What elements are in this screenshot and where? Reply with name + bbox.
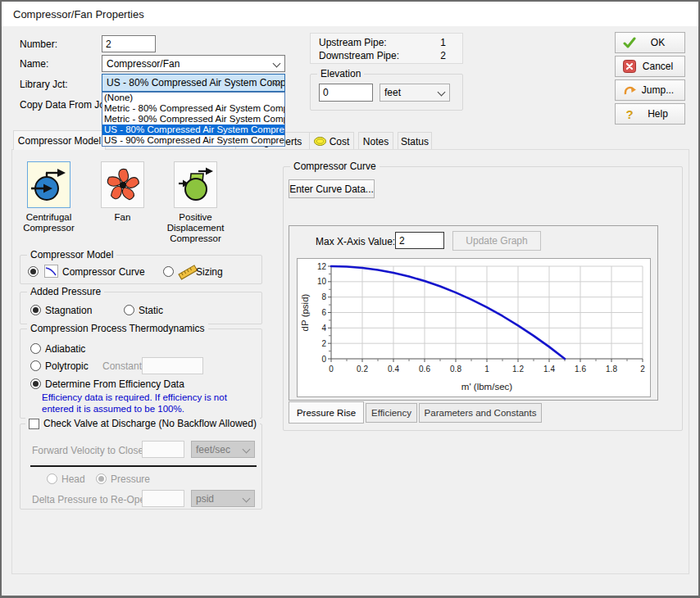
elevation-group: Elevation feet xyxy=(310,74,463,111)
tab-notes[interactable]: Notes xyxy=(358,132,393,150)
fan-label: Fan xyxy=(88,212,157,223)
tab-status[interactable]: Status xyxy=(398,132,432,150)
update-graph-button: Update Graph xyxy=(452,231,541,251)
check-valve-checkbox[interactable] xyxy=(29,419,39,429)
x-tick-label: 0.4 xyxy=(388,365,399,374)
adiabatic-radio[interactable] xyxy=(30,343,41,354)
delta-pressure-label: Delta Pressure to Re-Open xyxy=(32,494,151,505)
positive-displacement-label: Positive Displacement Compressor xyxy=(161,212,230,244)
library-option[interactable]: (None) xyxy=(102,93,284,103)
red-x-icon xyxy=(623,60,636,73)
x-tick-label: 0.6 xyxy=(419,365,430,374)
head-radio xyxy=(47,473,57,484)
elevation-group-label: Elevation xyxy=(317,68,364,79)
forward-velocity-label: Forward Velocity to Close xyxy=(32,445,143,456)
compressor-fan-properties-dialog: Compressor/Fan Properties Number: Name: … xyxy=(0,0,700,598)
fan-icon xyxy=(104,166,142,204)
forward-velocity-unit-combobox: feet/sec xyxy=(191,441,255,458)
section-divider xyxy=(30,465,257,467)
enter-curve-data-button[interactable]: Enter Curve Data... xyxy=(289,179,375,198)
library-option[interactable]: US - 90% Compressed Air System Compresso… xyxy=(102,135,284,146)
y-tick-label: 6 xyxy=(321,308,326,317)
max-x-axis-label: Max X-Axis Value: xyxy=(316,236,395,247)
y-tick-label: 12 xyxy=(317,262,327,271)
x-tick-label: 0.8 xyxy=(450,365,461,374)
pressure-radio xyxy=(96,473,107,484)
y-tick-label: 4 xyxy=(321,324,326,333)
positive-displacement-compressor-button[interactable] xyxy=(174,161,217,208)
chevron-down-icon xyxy=(243,446,251,454)
x-tick-label: 1 xyxy=(484,365,489,374)
chevron-down-icon xyxy=(243,495,251,503)
library-jct-dropdown-list[interactable]: (None)Metric - 80% Compressed Air System… xyxy=(102,92,285,147)
ok-button[interactable]: OK xyxy=(615,32,685,53)
y-axis-title: dP (psid) xyxy=(300,293,310,331)
pipe-info-panel: Upstream Pipe: 1 Downstream Pipe: 2 xyxy=(310,33,463,64)
fan-button[interactable] xyxy=(101,161,144,208)
static-radio[interactable] xyxy=(124,305,134,315)
library-option[interactable]: Metric - 90% Compressed Air System Compr… xyxy=(102,114,284,125)
help-button[interactable]: ? Help xyxy=(615,103,685,125)
compressor-curve-label: Compressor Curve xyxy=(62,266,145,278)
jump-button[interactable]: Jump... xyxy=(615,79,685,101)
y-tick-label: 2 xyxy=(321,339,326,348)
curve-icon xyxy=(44,265,58,278)
check-icon xyxy=(623,36,636,49)
centrifugal-compressor-icon xyxy=(30,166,68,204)
x-tick-label: 1.2 xyxy=(512,365,524,374)
compressor-curve-radio[interactable] xyxy=(28,266,39,277)
graph-tab-pressure-rise[interactable]: Pressure Rise xyxy=(289,401,364,424)
elevation-input[interactable] xyxy=(319,84,373,102)
x-axis-title: m' (lbm/sec) xyxy=(461,382,512,392)
added-pressure-group: Added Pressure Stagnation Static xyxy=(20,292,262,324)
check-valve-label: Check Valve at Discharge (No Backflow Al… xyxy=(43,418,257,429)
constant-label: Constant: xyxy=(102,360,144,372)
library-option[interactable]: Metric - 80% Compressed Air System Compr… xyxy=(102,103,284,114)
elevation-unit-combobox[interactable]: feet xyxy=(380,84,450,102)
stagnation-radio[interactable] xyxy=(30,305,41,315)
efficiency-data-radio[interactable] xyxy=(30,378,41,389)
sizing-radio[interactable] xyxy=(163,266,174,277)
static-label: Static xyxy=(139,305,163,316)
upstream-pipe-value: 1 xyxy=(440,37,446,48)
x-tick-label: 1.6 xyxy=(575,365,586,374)
number-input[interactable] xyxy=(102,35,156,52)
library-jct-label: Library Jct: xyxy=(20,79,68,90)
dialog-title: Compressor/Fan Properties xyxy=(13,8,144,20)
cancel-button[interactable]: Cancel xyxy=(615,56,685,77)
pressure-label: Pressure xyxy=(111,473,150,485)
pressure-rise-chart: 00.20.40.60.811.21.41.61.82024681012m' (… xyxy=(297,258,651,397)
graph-tab-parameters[interactable]: Parameters and Constants xyxy=(419,403,542,423)
question-mark-icon: ? xyxy=(623,107,636,121)
graph-tab-efficiency[interactable]: Efficiency xyxy=(366,403,417,423)
centrifugal-compressor-label: Centrifugal Compressor xyxy=(14,212,84,233)
efficiency-note-line2: entered it is assumed to be 100%. xyxy=(42,404,184,414)
coin-icon xyxy=(314,137,326,146)
downstream-pipe-value: 2 xyxy=(440,50,446,61)
sizing-label: Sizing xyxy=(196,266,223,278)
x-tick-label: 2 xyxy=(640,365,645,374)
polytropic-constant-input xyxy=(142,357,203,374)
compressor-curve-plot: 00.20.40.60.811.21.41.61.82024681012m' (… xyxy=(298,259,650,396)
library-option[interactable]: US - 80% Compressed Air System Compresso… xyxy=(102,125,284,135)
compressor-curve-group-label: Compressor Curve xyxy=(290,161,380,172)
max-x-axis-input[interactable] xyxy=(395,232,444,249)
title-bar[interactable]: Compressor/Fan Properties xyxy=(2,2,698,26)
tab-cost[interactable]: Cost xyxy=(309,132,354,150)
head-label: Head xyxy=(61,473,85,485)
polytropic-radio[interactable] xyxy=(30,360,41,371)
delta-pressure-unit-combobox: psid xyxy=(191,490,255,507)
name-label: Name: xyxy=(20,58,48,70)
library-jct-combobox[interactable]: US - 80% Compressed Air System Compre xyxy=(102,74,285,92)
tab-compressor-model[interactable]: Compressor Model xyxy=(13,130,106,150)
name-combobox[interactable]: Compressor/Fan xyxy=(102,55,285,72)
centrifugal-compressor-button[interactable] xyxy=(27,161,70,208)
stagnation-label: Stagnation xyxy=(45,305,92,316)
chevron-down-icon xyxy=(273,60,281,68)
upstream-pipe-label: Upstream Pipe: xyxy=(319,37,387,48)
efficiency-data-label: Determine From Efficiency Data xyxy=(45,378,184,390)
x-tick-label: 0 xyxy=(329,365,334,374)
y-tick-label: 8 xyxy=(321,292,326,301)
downstream-pipe-label: Downstream Pipe: xyxy=(319,50,399,61)
check-valve-group: Check Valve at Discharge (No Backflow Al… xyxy=(20,424,262,510)
